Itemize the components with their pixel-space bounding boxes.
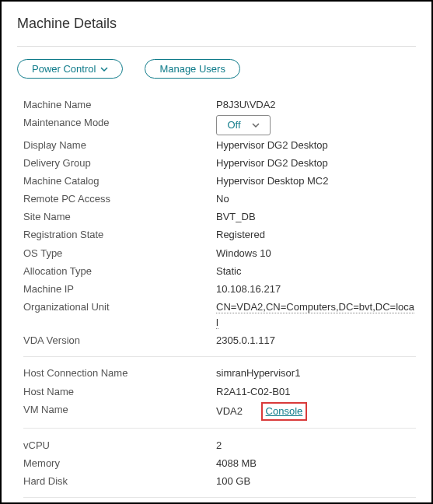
value-machine-ip: 10.108.16.217 xyxy=(216,282,416,297)
value-delivery-group: Hypervisor DG2 Desktop xyxy=(216,156,416,171)
value-registration-state: Registered xyxy=(216,227,416,243)
label-machine-ip: Machine IP xyxy=(23,282,216,297)
label-host-conn: Host Connection Name xyxy=(23,366,216,381)
label-host-name: Host Name xyxy=(23,384,216,400)
label-os-type: OS Type xyxy=(23,246,216,261)
label-org-unit: Organizational Unit xyxy=(23,299,216,331)
value-machine-catalog: Hypervisor Desktop MC2 xyxy=(216,173,416,189)
label-machine-catalog: Machine Catalog xyxy=(23,173,216,189)
value-machine-name: P8J3U\VDA2 xyxy=(216,97,416,113)
chevron-down-icon xyxy=(252,121,260,129)
maintenance-mode-value: Off xyxy=(227,117,240,133)
value-vcpu: 2 xyxy=(216,438,416,453)
label-hard-disk: Hard Disk xyxy=(23,474,216,489)
label-maintenance-mode: Maintenance Mode xyxy=(23,115,216,135)
console-link[interactable]: Console xyxy=(266,405,303,417)
label-registration-state: Registration State xyxy=(23,227,216,243)
power-control-label: Power Control xyxy=(32,63,96,75)
value-vm-name: VDA2 xyxy=(216,405,243,417)
value-allocation-type: Static xyxy=(216,264,416,279)
label-memory: Memory xyxy=(23,456,216,471)
power-control-button[interactable]: Power Control xyxy=(17,59,123,79)
label-vcpu: vCPU xyxy=(23,438,216,453)
section-host: Host Connection NamesimranHypervisor1 Ho… xyxy=(23,356,416,428)
action-button-row: Power Control Manage Users xyxy=(17,59,416,79)
value-host-conn: simranHypervisor1 xyxy=(216,366,416,381)
label-display-name: Display Name xyxy=(23,138,216,153)
value-hard-disk: 100 GB xyxy=(216,474,416,489)
section-resources: vCPU2 Memory4088 MB Hard Disk100 GB xyxy=(23,428,416,496)
value-host-name: R2A11-C02-B01 xyxy=(216,384,416,400)
value-org-unit[interactable]: CN=VDA2,CN=Computers,DC=bvt,DC=local xyxy=(216,301,414,329)
console-highlight: Console xyxy=(261,402,308,421)
manage-users-label: Manage Users xyxy=(159,63,225,75)
section-general: Machine NameP8J3U\VDA2 Maintenance Mode … xyxy=(23,96,416,356)
section-disk: Average Disk per second transfer0.020 Cu… xyxy=(23,497,416,504)
label-machine-name: Machine Name xyxy=(23,97,216,113)
value-remote-pc: No xyxy=(216,191,416,207)
value-memory: 4088 MB xyxy=(216,456,416,471)
label-delivery-group: Delivery Group xyxy=(23,156,216,171)
label-site-name: Site Name xyxy=(23,209,216,225)
manage-users-button[interactable]: Manage Users xyxy=(145,59,240,79)
chevron-down-icon xyxy=(100,65,108,73)
label-vda-version: VDA Version xyxy=(23,333,216,348)
page-title: Machine Details xyxy=(17,16,416,32)
value-os-type: Windows 10 xyxy=(216,246,416,261)
label-remote-pc: Remote PC Access xyxy=(23,191,216,207)
label-vm-name: VM Name xyxy=(23,402,216,421)
maintenance-mode-select[interactable]: Off xyxy=(216,115,271,135)
value-vda-version: 2305.0.1.117 xyxy=(216,333,416,348)
value-site-name: BVT_DB xyxy=(216,209,416,225)
value-display-name: Hypervisor DG2 Desktop xyxy=(216,138,416,153)
label-allocation-type: Allocation Type xyxy=(23,264,216,279)
title-divider xyxy=(17,46,416,47)
